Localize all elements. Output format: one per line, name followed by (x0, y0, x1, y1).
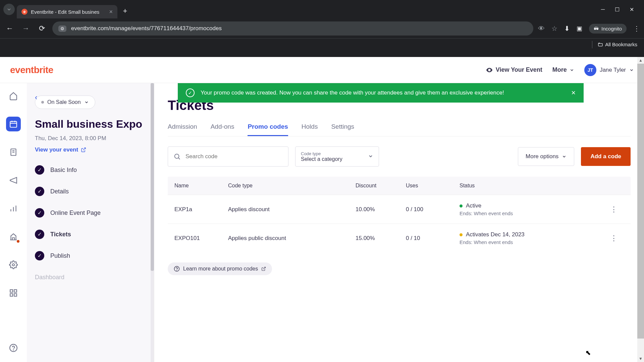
step-online-event-page[interactable]: ✓ Online Event Page (35, 208, 146, 218)
download-icon[interactable]: ⬇ (564, 24, 570, 33)
new-tab-button[interactable]: + (119, 5, 131, 17)
svg-rect-11 (10, 290, 13, 292)
more-options-button[interactable]: More options (518, 147, 574, 166)
back-chevron-icon[interactable]: ‹ (35, 93, 37, 102)
close-window-icon[interactable]: ✕ (630, 6, 634, 13)
bookmark-bar: All Bookmarks (0, 38, 644, 50)
chevron-down-icon (570, 68, 574, 72)
maximize-icon[interactable]: ☐ (615, 6, 620, 13)
app-header: eventbrite View Your Event More JT Jane … (0, 57, 644, 83)
url-field[interactable]: ⚙ eventbrite.com/manage/events/776711644… (52, 21, 533, 36)
apps-icon[interactable] (6, 286, 21, 300)
chevron-down-icon (629, 68, 634, 72)
close-tab-icon[interactable]: × (109, 8, 113, 15)
scroll-thumb[interactable] (637, 64, 644, 339)
finance-icon[interactable] (6, 229, 21, 244)
code-type-label: Code type (301, 151, 373, 156)
event-date: Thu, Dec 14, 2023, 8:00 PM (35, 135, 146, 142)
step-label: Basic Info (50, 167, 77, 174)
status-dot-icon (460, 204, 463, 207)
sidebar-scroll-thumb[interactable] (151, 83, 154, 271)
view-your-event-button[interactable]: View Your Event (486, 66, 542, 74)
scroll-down-icon[interactable]: ▼ (637, 355, 644, 362)
step-list: ✓ Basic Info ✓ Details ✓ Online Event Pa… (35, 165, 146, 260)
status-dot-icon (41, 101, 44, 104)
address-icons: 👁 ☆ ⬇ ▣ 🕶 Incognito ⋮ (538, 24, 640, 34)
col-uses: Uses (406, 183, 460, 189)
chrome-menu-icon[interactable]: ⋮ (633, 24, 640, 33)
banner-close-icon[interactable]: × (571, 88, 576, 97)
url-text: eventbrite.com/manage/events/77671164443… (71, 25, 222, 32)
status-dot-icon (460, 233, 463, 236)
scroll-up-icon[interactable]: ▲ (637, 57, 644, 64)
bookmark-star-icon[interactable]: ☆ (551, 24, 557, 33)
dashboard-peek: Dashboard (35, 274, 146, 281)
search-input[interactable] (185, 153, 283, 160)
view-event-link[interactable]: View your event (35, 146, 86, 153)
tab-holds[interactable]: Holds (302, 123, 318, 136)
row-menu-icon[interactable]: ⋮ (604, 205, 624, 214)
step-details[interactable]: ✓ Details (35, 187, 146, 196)
cell-discount: 15.00% (356, 235, 406, 242)
help-icon[interactable] (6, 341, 21, 355)
svg-rect-12 (14, 290, 17, 292)
home-icon[interactable] (6, 88, 21, 103)
panel-icon[interactable]: ▣ (577, 25, 582, 32)
step-label: Online Event Page (50, 209, 101, 217)
cell-code-type: Applies discount (228, 206, 356, 213)
orders-icon[interactable] (6, 145, 21, 160)
left-rail (0, 83, 27, 362)
event-sidebar: ‹ On Sale Soon Small business Expo Thu, … (27, 83, 154, 362)
window-controls: ─ ☐ ✕ (601, 6, 641, 13)
forward-button: → (20, 23, 32, 34)
all-bookmarks-button[interactable]: All Bookmarks (598, 42, 637, 47)
cell-discount: 10.00% (356, 206, 406, 213)
more-dropdown[interactable]: More (552, 66, 574, 73)
incognito-badge[interactable]: 🕶 Incognito (589, 24, 627, 34)
chevron-down-icon (368, 154, 373, 160)
learn-more-label: Learn more about promo codes (183, 266, 258, 272)
step-publish[interactable]: ✓ Publish (35, 251, 146, 260)
banner-text: Your promo code was created. Now you can… (201, 89, 504, 96)
sale-status-dropdown[interactable]: On Sale Soon (35, 96, 95, 109)
step-basic-info[interactable]: ✓ Basic Info (35, 165, 146, 175)
tab-add-ons[interactable]: Add-ons (211, 123, 234, 136)
main-layout: ‹ On Sale Soon Small business Expo Thu, … (0, 83, 644, 362)
table-row: EXP1a Applies discount 10.00% 0 / 100 Ac… (168, 195, 631, 224)
notification-dot (17, 240, 19, 243)
reports-icon[interactable] (6, 201, 21, 216)
search-code-box[interactable] (168, 146, 288, 167)
add-code-button[interactable]: Add a code (581, 147, 631, 166)
learn-more-link[interactable]: Learn more about promo codes (168, 262, 272, 275)
tab-promo-codes[interactable]: Promo codes (248, 123, 288, 136)
col-status: Status (460, 183, 604, 189)
marketing-icon[interactable] (6, 173, 21, 188)
tab-search-icon[interactable] (3, 4, 15, 15)
avatar: JT (584, 64, 596, 76)
svg-point-10 (12, 264, 15, 266)
svg-point-16 (13, 350, 13, 350)
calendar-icon[interactable] (6, 117, 21, 131)
back-button[interactable]: ← (4, 23, 15, 34)
chevron-down-icon (84, 100, 89, 105)
settings-icon[interactable] (6, 257, 21, 272)
reload-button[interactable]: ⟳ (36, 23, 48, 34)
logo[interactable]: eventbrite (10, 65, 53, 75)
page-scrollbar[interactable]: ▲ ▼ (637, 57, 644, 362)
browser-tab[interactable]: e Eventbrite - Edit Small busines × (17, 5, 117, 18)
browser-chrome: e Eventbrite - Edit Small busines × + ─ … (0, 0, 644, 57)
row-menu-icon[interactable]: ⋮ (604, 234, 624, 243)
svg-rect-14 (14, 294, 17, 296)
step-tickets[interactable]: ✓ Tickets (35, 230, 146, 239)
tab-settings[interactable]: Settings (331, 123, 354, 136)
minimize-icon[interactable]: ─ (601, 6, 605, 13)
user-name: Jane Tyler (600, 67, 626, 73)
external-link-icon (261, 266, 266, 271)
code-type-dropdown[interactable]: Code type Select a category (295, 146, 379, 167)
user-menu[interactable]: JT Jane Tyler (584, 64, 634, 76)
address-bar: ← → ⟳ ⚙ eventbrite.com/manage/events/776… (0, 19, 644, 38)
site-info-icon[interactable]: ⚙ (58, 25, 66, 32)
tab-admission[interactable]: Admission (168, 123, 197, 136)
search-icon (173, 153, 181, 160)
eye-off-icon[interactable]: 👁 (538, 25, 545, 33)
